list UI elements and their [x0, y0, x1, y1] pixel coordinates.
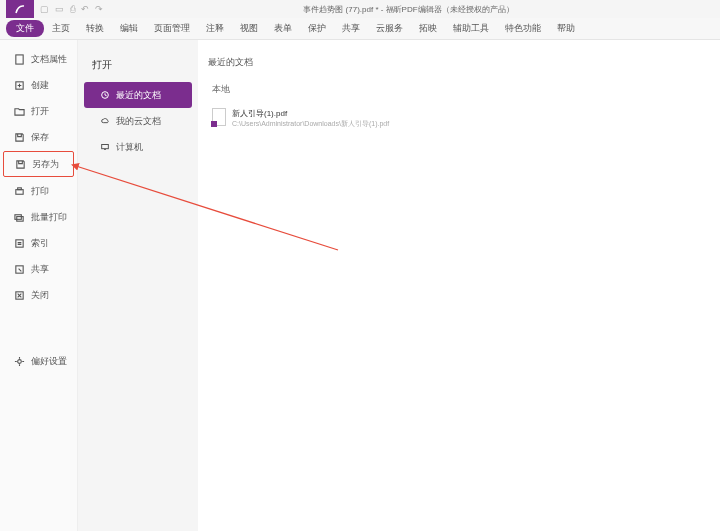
qat-print-icon[interactable]: ⎙	[70, 4, 75, 14]
tab-view[interactable]: 视图	[232, 19, 266, 38]
tab-edit[interactable]: 编辑	[112, 19, 146, 38]
recent-file-item[interactable]: 新人引导(1).pdf C:\Users\Administrator\Downl…	[208, 104, 710, 133]
sidebar-item-save[interactable]: 保存	[0, 124, 77, 150]
file-menu-sidebar: 文档属性 创建 打开 保存 另存为 打印 批量打印 索引 共享 关闭 偏好设置	[0, 40, 78, 531]
sidebar-item-create[interactable]: 创建	[0, 72, 77, 98]
tab-file[interactable]: 文件	[6, 20, 44, 37]
sidebar-item-close[interactable]: 关闭	[0, 282, 77, 308]
sidebar-item-open[interactable]: 打开	[0, 98, 77, 124]
tab-protect[interactable]: 保护	[300, 19, 334, 38]
quick-access-toolbar: ▢ ▭ ⎙ ↶ ↷	[40, 4, 103, 14]
tab-accessibility[interactable]: 辅助工具	[445, 19, 497, 38]
sidebar-item-save-as[interactable]: 另存为	[3, 151, 74, 177]
qat-open-icon[interactable]: ▭	[55, 4, 64, 14]
svg-rect-2	[16, 189, 23, 194]
open-submenu: 打开 最近的文档 我的云文档 计算机	[78, 40, 198, 531]
svg-rect-3	[18, 187, 22, 189]
titlebar: ▢ ▭ ⎙ ↶ ↷ 事件趋势图 (77).pdf * - 福昕PDF编辑器（未经…	[0, 0, 720, 18]
sidebar-item-properties[interactable]: 文档属性	[0, 46, 77, 72]
content-subhead: 本地	[208, 83, 710, 96]
qat-redo-icon[interactable]: ↷	[95, 4, 103, 14]
submenu-heading: 打开	[78, 54, 198, 82]
window-title: 事件趋势图 (77).pdf * - 福昕PDF编辑器（未经授权的产品）	[103, 4, 714, 15]
sidebar-item-preferences[interactable]: 偏好设置	[0, 348, 77, 374]
ribbon-tabs: 文件 主页 转换 编辑 页面管理 注释 视图 表单 保护 共享 云服务 拓映 辅…	[0, 18, 720, 40]
submenu-item-cloud[interactable]: 我的云文档	[84, 108, 192, 134]
tab-cloud[interactable]: 云服务	[368, 19, 411, 38]
svg-rect-11	[102, 145, 109, 149]
submenu-item-recent[interactable]: 最近的文档	[84, 82, 192, 108]
sidebar-item-batch-print[interactable]: 批量打印	[0, 204, 77, 230]
svg-rect-0	[16, 54, 23, 63]
sidebar-item-print[interactable]: 打印	[0, 178, 77, 204]
tab-help[interactable]: 帮助	[549, 19, 583, 38]
tab-home[interactable]: 主页	[44, 19, 78, 38]
tab-form[interactable]: 表单	[266, 19, 300, 38]
svg-rect-6	[16, 239, 23, 246]
pdf-file-icon	[212, 108, 226, 126]
svg-point-9	[18, 359, 22, 363]
tab-convert[interactable]: 转换	[78, 19, 112, 38]
tab-share[interactable]: 共享	[334, 19, 368, 38]
tab-page[interactable]: 页面管理	[146, 19, 198, 38]
submenu-item-computer[interactable]: 计算机	[84, 134, 192, 160]
tab-tuoying[interactable]: 拓映	[411, 19, 445, 38]
tab-features[interactable]: 特色功能	[497, 19, 549, 38]
content-pane: 最近的文档 本地 新人引导(1).pdf C:\Users\Administra…	[198, 40, 720, 531]
file-path: C:\Users\Administrator\Downloads\新人引导(1)…	[232, 119, 389, 129]
tab-comment[interactable]: 注释	[198, 19, 232, 38]
app-logo	[6, 0, 34, 18]
qat-save-icon[interactable]: ▢	[40, 4, 49, 14]
content-section-title: 最近的文档	[208, 56, 710, 69]
sidebar-item-share[interactable]: 共享	[0, 256, 77, 282]
file-name: 新人引导(1).pdf	[232, 108, 389, 119]
sidebar-item-index[interactable]: 索引	[0, 230, 77, 256]
qat-undo-icon[interactable]: ↶	[81, 4, 89, 14]
